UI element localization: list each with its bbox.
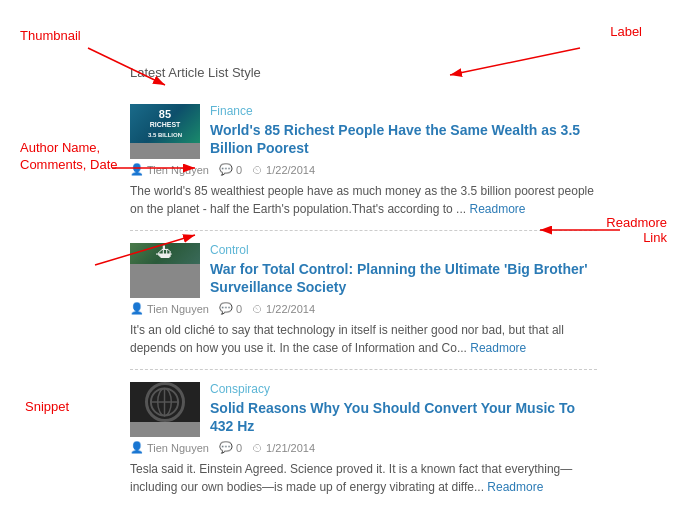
article-date: 1/21/2014 <box>266 442 315 454</box>
article-thumbnail[interactable]: ⛴ <box>130 243 200 298</box>
author-field: 👤 Tien Nguyen <box>130 441 209 454</box>
article-snippet: The world's 85 wealthiest people have as… <box>130 182 597 218</box>
article-title[interactable]: World's 85 Richest People Have the Same … <box>210 121 597 157</box>
author-name: Tien Nguyen <box>147 442 209 454</box>
author-field: 👤 Tien Nguyen <box>130 302 209 315</box>
comment-icon: 💬 <box>219 163 233 176</box>
readmore-link[interactable]: Readmore <box>469 202 525 216</box>
author-field: 👤 Tien Nguyen <box>130 163 209 176</box>
readmore-link[interactable]: Readmore <box>487 480 543 494</box>
comments-field: 💬 0 <box>219 163 242 176</box>
page-wrapper: Thumbnail Label Author Name, Comments, D… <box>20 20 677 514</box>
annotation-label: Label <box>610 24 642 39</box>
annotation-readmore: Readmore Link <box>606 215 667 245</box>
thumbnail-image <box>130 382 200 422</box>
annotation-snippet: Snippet <box>25 399 69 414</box>
comments-field: 💬 0 <box>219 441 242 454</box>
author-name: Tien Nguyen <box>147 303 209 315</box>
article-category[interactable]: Conspiracy <box>210 382 597 396</box>
article-date: 1/22/2014 <box>266 303 315 315</box>
article-meta: 👤 Tien Nguyen 💬 0 ⏲ 1/22/2014 <box>130 163 597 176</box>
user-icon: 👤 <box>130 441 144 454</box>
date-field: ⏲ 1/21/2014 <box>252 442 315 454</box>
article-snippet: It's an old cliché to say that technolog… <box>130 321 597 357</box>
thumbnail-image: 85 RICHEST 3.5 BILLION <box>130 104 200 143</box>
clock-icon: ⏲ <box>252 442 263 454</box>
comment-count: 0 <box>236 164 242 176</box>
annotation-thumbnail: Thumbnail <box>20 28 81 43</box>
content-area: Latest Article List Style 85 RICHEST 3.5… <box>130 65 597 508</box>
readmore-link[interactable]: Readmore <box>470 341 526 355</box>
article-thumbnail[interactable]: 85 RICHEST 3.5 BILLION <box>130 104 200 159</box>
annotation-author: Author Name, Comments, Date <box>20 140 118 174</box>
comment-count: 0 <box>236 303 242 315</box>
article-content: Control War for Total Control: Planning … <box>210 243 597 296</box>
list-item: Conspiracy Solid Reasons Why You Should … <box>130 370 597 508</box>
author-name: Tien Nguyen <box>147 164 209 176</box>
article-date: 1/22/2014 <box>266 164 315 176</box>
clock-icon: ⏲ <box>252 303 263 315</box>
comment-icon: 💬 <box>219 441 233 454</box>
article-title[interactable]: War for Total Control: Planning the Ulti… <box>210 260 597 296</box>
list-item: 85 RICHEST 3.5 BILLION Finance World's 8… <box>130 92 597 231</box>
clock-icon: ⏲ <box>252 164 263 176</box>
comment-icon: 💬 <box>219 302 233 315</box>
article-category[interactable]: Control <box>210 243 597 257</box>
date-field: ⏲ 1/22/2014 <box>252 303 315 315</box>
article-thumbnail[interactable] <box>130 382 200 437</box>
comment-count: 0 <box>236 442 242 454</box>
article-meta: 👤 Tien Nguyen 💬 0 ⏲ 1/22/2014 <box>130 302 597 315</box>
article-category[interactable]: Finance <box>210 104 597 118</box>
user-icon: 👤 <box>130 302 144 315</box>
article-list: 85 RICHEST 3.5 BILLION Finance World's 8… <box>130 92 597 508</box>
section-title: Latest Article List Style <box>130 65 597 80</box>
article-content: Conspiracy Solid Reasons Why You Should … <box>210 382 597 435</box>
thumbnail-image: ⛴ <box>130 243 200 264</box>
article-snippet: Tesla said it. Einstein Agreed. Science … <box>130 460 597 496</box>
user-icon: 👤 <box>130 163 144 176</box>
list-item: ⛴ Control War for Total Control: Plannin… <box>130 231 597 370</box>
comments-field: 💬 0 <box>219 302 242 315</box>
article-meta: 👤 Tien Nguyen 💬 0 ⏲ 1/21/2014 <box>130 441 597 454</box>
article-title[interactable]: Solid Reasons Why You Should Convert You… <box>210 399 597 435</box>
article-content: Finance World's 85 Richest People Have t… <box>210 104 597 157</box>
date-field: ⏲ 1/22/2014 <box>252 164 315 176</box>
